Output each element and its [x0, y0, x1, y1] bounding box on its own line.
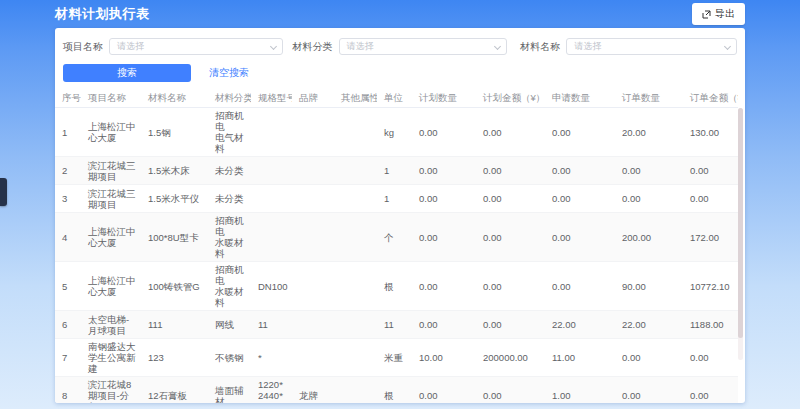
content-card: 项目名称 请选择 材料分类 请选择 材料名称 请选择 搜索 清空搜索 序号 — [55, 28, 745, 403]
table-cell: 招商机电 电气材料 — [208, 108, 251, 157]
table-cell: 6 — [55, 311, 81, 339]
column-header: 规格型号 — [251, 90, 292, 108]
table-row[interactable]: 6太空电梯-月球项目111网线11110.000.0022.0022.00118… — [55, 311, 738, 339]
table-cell: 0.00 — [476, 157, 545, 185]
table-cell: 0.00 — [683, 377, 738, 404]
table-cell: 90.00 — [615, 262, 683, 311]
vertical-scrollbar[interactable] — [738, 108, 743, 360]
table-cell: 11 — [377, 311, 412, 339]
table-cell — [292, 108, 334, 157]
table-cell: 上海松江中心大厦 — [81, 213, 141, 262]
table-cell: 200.00 — [615, 213, 683, 262]
column-header: 计划金额（¥） — [476, 90, 545, 108]
table-cell: 12石膏板 — [141, 377, 208, 404]
table-cell: kg — [377, 108, 412, 157]
table-row[interactable]: 3滨江花城三期项目1.5米水平仪未分类10.000.000.000.000.00 — [55, 185, 738, 213]
table-cell: 20.00 — [615, 108, 683, 157]
table-header-row: 序号项目名称材料名称材料分类规格型号品牌其他属性单位计划数量计划金额（¥）申请数… — [55, 90, 738, 108]
table-cell: 滨江花城8期项目-分包 — [81, 377, 141, 404]
table-cell: 1.5钢 — [141, 108, 208, 157]
table-cell: 滨江花城三期项目 — [81, 157, 141, 185]
table-cell: 1 — [55, 108, 81, 157]
table-cell: 0.00 — [615, 185, 683, 213]
vertical-scrollbar-thumb[interactable] — [738, 108, 743, 338]
table-cell — [251, 185, 292, 213]
table-cell: 172.00 — [683, 213, 738, 262]
table-cell: 0.00 — [412, 311, 476, 339]
table-cell: 200000.00 — [476, 339, 545, 377]
table-cell: 7 — [55, 339, 81, 377]
table-cell: 2 — [55, 157, 81, 185]
material-name-select[interactable]: 请选择 — [566, 38, 737, 55]
table-cell — [334, 157, 377, 185]
column-header: 项目名称 — [81, 90, 141, 108]
table-cell: 0.00 — [412, 157, 476, 185]
clear-search-link[interactable]: 清空搜索 — [209, 66, 249, 80]
chevron-down-icon — [494, 43, 501, 50]
column-header: 材料分类 — [208, 90, 251, 108]
table-row[interactable]: 4上海松江中心大厦100*8U型卡招商机电 水暖材料个0.000.000.002… — [55, 213, 738, 262]
table-cell: 根 — [377, 377, 412, 404]
table-cell: 0.00 — [476, 108, 545, 157]
table-cell: 0.00 — [615, 339, 683, 377]
table-cell: 龙牌 — [292, 377, 334, 404]
table-cell: 0.00 — [412, 108, 476, 157]
table-cell: 111 — [141, 311, 208, 339]
table-cell: 网线 — [208, 311, 251, 339]
column-header: 材料名称 — [141, 90, 208, 108]
search-button[interactable]: 搜索 — [63, 64, 191, 82]
table-cell: 上海松江中心大厦 — [81, 262, 141, 311]
chevron-down-icon — [270, 43, 277, 50]
table-row[interactable]: 2滨江花城三期项目1.5米木床未分类10.000.000.000.000.00 — [55, 157, 738, 185]
filter-actions: 搜索 清空搜索 — [55, 55, 745, 82]
table-cell — [251, 108, 292, 157]
table-cell: 0.00 — [476, 311, 545, 339]
table-cell: 0.00 — [412, 377, 476, 404]
table-cell: 0.00 — [683, 185, 738, 213]
table-cell: 0.00 — [683, 339, 738, 377]
page-title: 材料计划执行表 — [55, 5, 150, 23]
table-cell: 22.00 — [615, 311, 683, 339]
material-category-select[interactable]: 请选择 — [339, 38, 508, 55]
table-row[interactable]: 1上海松江中心大厦1.5钢招商机电 电气材料kg0.000.000.0020.0… — [55, 108, 738, 157]
table-cell: 招商机电 水暖材料 — [208, 262, 251, 311]
project-name-select[interactable]: 请选择 — [109, 38, 283, 55]
table-cell — [334, 213, 377, 262]
table-cell: 1.5米木床 — [141, 157, 208, 185]
sidebar-toggle-handle[interactable] — [0, 178, 7, 206]
table-cell: 10772.10 — [683, 262, 738, 311]
table-cell: 1.00 — [545, 377, 615, 404]
table-cell: 0.00 — [476, 185, 545, 213]
table-cell: 0.00 — [412, 185, 476, 213]
table-cell: 123 — [141, 339, 208, 377]
table-cell: * — [251, 339, 292, 377]
table-cell: DN100 — [251, 262, 292, 311]
export-button[interactable]: 导出 — [692, 3, 745, 25]
table-cell: 1188.00 — [683, 311, 738, 339]
material-category-placeholder: 请选择 — [347, 40, 374, 53]
table-cell: 0.00 — [615, 377, 683, 404]
table-cell: 5 — [55, 262, 81, 311]
table-cell: 11 — [251, 311, 292, 339]
column-header: 计划数量 — [412, 90, 476, 108]
table-cell: 0.00 — [545, 108, 615, 157]
table-cell — [292, 185, 334, 213]
material-category-label: 材料分类 — [293, 40, 333, 54]
table-cell: 8 — [55, 377, 81, 404]
table-cell: 上海松江中心大厦 — [81, 108, 141, 157]
table-cell — [292, 339, 334, 377]
table-row[interactable]: 5上海松江中心大厦100铸铁管G招商机电 水暖材料DN100根0.000.000… — [55, 262, 738, 311]
table-cell — [292, 311, 334, 339]
table-cell: 太空电梯-月球项目 — [81, 311, 141, 339]
table-cell: 0.00 — [545, 185, 615, 213]
table-cell — [334, 311, 377, 339]
table-cell: 个 — [377, 213, 412, 262]
table-cell — [251, 157, 292, 185]
table-cell — [334, 339, 377, 377]
table-row[interactable]: 7南钢盛达大学生公寓新建123不锈钢*米重10.00200000.0011.00… — [55, 339, 738, 377]
table-cell: 滨江花城三期项目 — [81, 185, 141, 213]
project-name-label: 项目名称 — [63, 40, 103, 54]
table-row[interactable]: 8滨江花城8期项目-分包12石膏板墙面辅材1220*2440*12龙牌根0.00… — [55, 377, 738, 404]
table-cell: 100铸铁管G — [141, 262, 208, 311]
table-cell — [292, 157, 334, 185]
